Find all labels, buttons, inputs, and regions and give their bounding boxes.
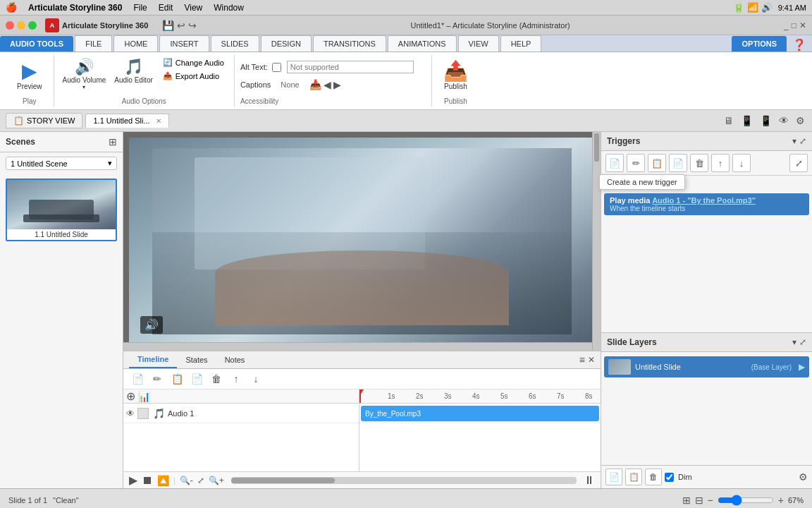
view-fit-icon[interactable]: ⊟ bbox=[695, 495, 703, 506]
captions-nav-icon2[interactable]: ▶ bbox=[333, 79, 341, 90]
tl-volume-btn[interactable]: 🔼 bbox=[157, 475, 169, 486]
tl-eye-icon[interactable]: 👁 bbox=[126, 409, 135, 418]
qab-minimize[interactable]: _ bbox=[784, 20, 789, 30]
trigger-down-btn[interactable]: ↓ bbox=[732, 154, 751, 172]
tab-options[interactable]: OPTIONS bbox=[732, 36, 787, 52]
zoom-in-btn[interactable]: + bbox=[778, 495, 784, 506]
slide-thumbnail[interactable]: 1.1 Untitled Slide bbox=[6, 179, 117, 241]
tl-down-btn[interactable]: ↓ bbox=[247, 370, 264, 387]
audio-icon-overlay[interactable]: 🔊 bbox=[140, 316, 163, 334]
tl-stop-btn[interactable]: ⏹ bbox=[142, 474, 153, 487]
tl-duplicate-btn[interactable]: 📋 bbox=[168, 370, 185, 387]
slide-layers-detach-icon[interactable]: ⤢ bbox=[799, 337, 806, 347]
tab-home[interactable]: HOME bbox=[113, 35, 158, 52]
menu-appname[interactable]: Articulate Storyline 360 bbox=[28, 3, 122, 13]
tl-play-btn[interactable]: ▶ bbox=[129, 473, 137, 487]
export-audio-button[interactable]: 📤 Export Audio bbox=[159, 70, 228, 82]
zoom-slider[interactable] bbox=[718, 495, 774, 506]
tl-edit-btn[interactable]: ✏ bbox=[149, 370, 166, 387]
tl-audio-clip[interactable]: By_the_Pool.mp3 bbox=[361, 406, 599, 421]
traffic-close[interactable] bbox=[6, 21, 14, 30]
trigger-delete-btn[interactable]: 🗑 bbox=[690, 154, 708, 172]
view-gear-icon[interactable]: ⚙ bbox=[794, 114, 806, 128]
preview-button[interactable]: ▶ Preview bbox=[11, 56, 48, 93]
qab-close[interactable]: ✕ bbox=[799, 20, 806, 30]
tl-scroll-bar[interactable] bbox=[231, 477, 577, 484]
tl-delete-btn[interactable]: 🗑 bbox=[208, 370, 225, 387]
tl-layout-btn[interactable]: 📊 bbox=[138, 391, 150, 402]
slide-layers-collapse-icon[interactable]: ▾ bbox=[792, 337, 796, 347]
tab-animations[interactable]: ANIMATIONS bbox=[388, 35, 457, 52]
qab-save[interactable]: 💾 bbox=[162, 20, 174, 31]
alt-text-input[interactable] bbox=[287, 61, 414, 73]
menu-file[interactable]: File bbox=[133, 3, 147, 13]
story-view-tab[interactable]: 📋 STORY VIEW bbox=[6, 113, 82, 128]
qab-restore[interactable]: □ bbox=[792, 20, 796, 30]
tab-notes[interactable]: Notes bbox=[216, 352, 254, 368]
triggers-collapse-icon[interactable]: ▾ bbox=[792, 136, 796, 146]
timeline-collapse-icon[interactable]: ≡ bbox=[579, 354, 585, 365]
tl-zoom-fit-btn[interactable]: ⤢ bbox=[197, 476, 204, 485]
captions-import-icon[interactable]: 📥 bbox=[309, 79, 321, 90]
tl-zoom-in-btn[interactable]: 🔍+ bbox=[209, 476, 224, 485]
trigger-add-btn[interactable]: 📄 Create a new trigger bbox=[605, 154, 624, 172]
traffic-maximize[interactable] bbox=[28, 21, 37, 30]
trigger-copy-btn[interactable]: 📄 bbox=[669, 154, 687, 172]
change-audio-button[interactable]: 🔄 Change Audio bbox=[159, 56, 228, 68]
tl-pause-center-btn[interactable]: ⏸ bbox=[584, 474, 595, 487]
canvas-scrollbar-right[interactable] bbox=[592, 132, 601, 351]
tl-add-row-btn[interactable]: ⊕ bbox=[126, 389, 135, 403]
tl-lock-btn[interactable] bbox=[137, 408, 149, 419]
scenes-manage-icon[interactable]: ⊞ bbox=[109, 136, 117, 147]
trigger-media-link[interactable]: Audio 1 - "By the Pool.mp3" bbox=[652, 196, 756, 205]
timeline-close-icon[interactable]: ✕ bbox=[588, 355, 595, 365]
layer-add-btn[interactable]: 📄 bbox=[605, 468, 622, 485]
trigger-item-0[interactable]: Play media Audio 1 - "By the Pool.mp3" W… bbox=[604, 193, 809, 215]
tl-add-btn[interactable]: 📄 bbox=[129, 370, 146, 387]
tab-insert[interactable]: INSERT bbox=[159, 35, 209, 52]
scene-selector[interactable]: 1 Untitled Scene ▾ bbox=[6, 157, 117, 170]
audio-volume-button[interactable]: 🔊 Audio Volume ▾ bbox=[60, 56, 109, 92]
tl-up-btn[interactable]: ↑ bbox=[228, 370, 245, 387]
layer-item-0[interactable]: Untitled Slide (Base Layer) ▶ bbox=[604, 356, 809, 377]
tab-slides[interactable]: SLIDES bbox=[211, 35, 259, 52]
trigger-duplicate-btn[interactable]: 📋 bbox=[648, 154, 666, 172]
close-tab-icon[interactable]: ✕ bbox=[156, 117, 161, 125]
ribbon-help-icon[interactable]: ❓ bbox=[787, 38, 812, 52]
publish-button[interactable]: 📤 Publish bbox=[438, 56, 474, 93]
tab-transitions[interactable]: TRANSITIONS bbox=[313, 35, 386, 52]
view-preview-icon[interactable]: 👁 bbox=[777, 114, 790, 128]
audio-editor-button[interactable]: 🎵 Audio Editor bbox=[111, 56, 155, 85]
tab-timeline[interactable]: Timeline bbox=[129, 351, 177, 368]
menu-window[interactable]: Window bbox=[214, 3, 244, 13]
trigger-expand-btn[interactable]: ⤢ bbox=[789, 154, 808, 172]
view-phone-icon[interactable]: 📱 bbox=[758, 114, 773, 128]
traffic-minimize[interactable] bbox=[17, 21, 25, 30]
view-desktop-icon[interactable]: 🖥 bbox=[722, 114, 735, 128]
trigger-up-btn[interactable]: ↑ bbox=[711, 154, 730, 172]
tab-design[interactable]: DESIGN bbox=[261, 35, 312, 52]
layer-expand-icon[interactable]: ▶ bbox=[799, 362, 805, 372]
trigger-edit-btn[interactable]: ✏ bbox=[627, 154, 645, 172]
zoom-out-btn[interactable]: − bbox=[708, 495, 713, 506]
tab-states[interactable]: States bbox=[177, 352, 216, 368]
apple-menu[interactable]: 🍎 bbox=[6, 2, 17, 13]
menu-edit[interactable]: Edit bbox=[159, 3, 173, 13]
captions-nav-icon1[interactable]: ◀ bbox=[324, 79, 331, 90]
qab-undo[interactable]: ↩ bbox=[177, 20, 185, 31]
audio-tools-tab[interactable]: AUDIO TOOLS bbox=[0, 36, 73, 52]
menu-view[interactable]: View bbox=[184, 3, 202, 13]
tab-file[interactable]: FILE bbox=[75, 35, 112, 52]
current-slide-tab[interactable]: 1.1 Untitled Sli... ✕ bbox=[85, 114, 168, 128]
dim-checkbox[interactable] bbox=[665, 473, 674, 482]
tl-copy-btn[interactable]: 📄 bbox=[188, 370, 205, 387]
canvas-scrollbar-bottom[interactable] bbox=[123, 342, 592, 351]
layer-delete-btn[interactable]: 🗑 bbox=[645, 468, 662, 485]
tab-help[interactable]: HELP bbox=[500, 35, 542, 52]
qab-redo[interactable]: ↪ bbox=[188, 20, 197, 31]
view-tablet-icon[interactable]: 📱 bbox=[739, 114, 754, 128]
alt-text-checkbox[interactable] bbox=[272, 63, 281, 72]
tab-view[interactable]: VIEW bbox=[458, 35, 499, 52]
view-grid-icon[interactable]: ⊞ bbox=[682, 495, 691, 506]
tl-zoom-out-btn[interactable]: 🔍- bbox=[180, 476, 193, 485]
